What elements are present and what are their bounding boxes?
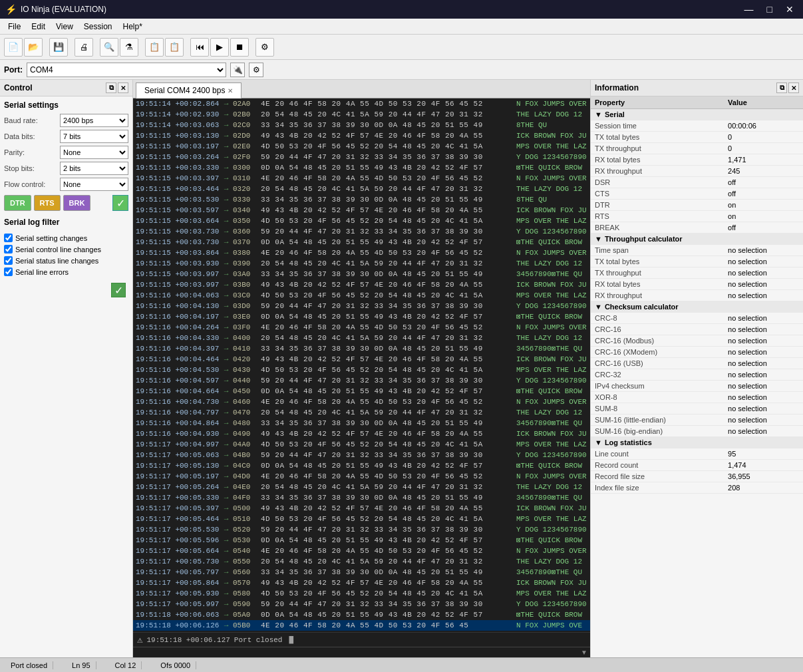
log-text: ICK BROWN FOX JU — [514, 503, 587, 514]
port-connect-icon[interactable]: 🔌 — [230, 63, 245, 77]
find-button[interactable]: 🔍 — [100, 38, 118, 57]
log-time: 19:51:16 +00:04.797 — [133, 407, 220, 418]
log-dir: → — [220, 460, 233, 471]
tab-serial-com4[interactable]: Serial COM4 2400 bps ✕ — [136, 83, 241, 98]
port-select[interactable]: COM4 — [27, 63, 226, 77]
log-hex: 20 54 48 45 20 4C 41 5A 59 20 44 4F 47 2… — [261, 109, 514, 120]
log-hex: 4E 20 46 4F 58 20 4A 55 4D 50 53 20 4F 5… — [261, 397, 514, 407]
parity-select[interactable]: None Even Odd — [60, 146, 128, 159]
log-dir: → — [220, 141, 233, 152]
log-text: ⊠THE QUICK BROW — [514, 535, 582, 546]
log-time: 19:51:17 +00:05.397 — [133, 503, 220, 514]
open-button[interactable]: 📂 — [24, 38, 43, 57]
log-hex: 4E 20 46 4F 58 20 4A 55 4D 50 53 20 4F 5… — [261, 173, 514, 184]
play-button[interactable]: ▶ — [210, 38, 229, 57]
prop-value: no selection — [724, 267, 803, 279]
close-right-icon[interactable]: ✕ — [788, 83, 799, 93]
prop-section-row: ▼Throughput calculator — [591, 234, 803, 245]
save-button[interactable]: 💾 — [49, 38, 68, 57]
log-addr: 03A0 — [233, 269, 261, 279]
log-content[interactable]: 19:51:14 +00:02.864→02A04E 20 46 4F 58 2… — [133, 98, 590, 632]
filter-control-changes-checkbox[interactable] — [4, 245, 13, 253]
log-time: 19:51:14 +00:02.930 — [133, 109, 220, 120]
status-offset: Ofs 0000 — [155, 661, 196, 669]
data-bits-select[interactable]: 7 bits 8 bits — [60, 130, 128, 143]
prop-value: 1,474 — [724, 460, 803, 471]
stop-button[interactable]: ⏹ — [230, 38, 249, 57]
tab-close-icon[interactable]: ✕ — [228, 87, 233, 94]
prop-item-row: TX total bytesno selection — [591, 256, 803, 267]
log-addr: 0580 — [233, 588, 261, 599]
print-button[interactable]: 🖨 — [75, 38, 93, 57]
float-icon[interactable]: ⧉ — [106, 83, 116, 93]
log-hex: 49 43 4B 20 42 52 4F 57 4E 20 46 4F 58 2… — [261, 428, 514, 439]
filter-button[interactable]: ⚗ — [120, 38, 138, 57]
prop-value: on — [724, 211, 803, 222]
baud-rate-select[interactable]: 2400 bps 9600 bps 115200 bps — [60, 114, 128, 127]
prop-value: no selection — [724, 279, 803, 290]
log-row: 19:51:17 +00:05.197→04D04E 20 46 4F 58 2… — [133, 471, 590, 482]
menu-session[interactable]: Session — [79, 21, 118, 33]
filter-status-changes-checkbox[interactable] — [4, 256, 13, 265]
prop-property: IPv4 checksum — [591, 381, 724, 392]
log-row: 19:51:16 +00:04.797→047020 54 48 45 20 4… — [133, 407, 590, 418]
menu-file[interactable]: File — [3, 21, 26, 33]
log-time: 19:51:17 +00:05.330 — [133, 492, 220, 503]
menu-help[interactable]: Help* — [118, 21, 148, 33]
flow-control-select[interactable]: None RTS/CTS XON/XOFF — [60, 178, 128, 191]
menu-view[interactable]: View — [51, 21, 79, 33]
log-hex: 59 20 44 4F 47 20 31 32 33 34 35 36 37 3… — [261, 301, 514, 311]
rewind-button[interactable]: ⏮ — [190, 38, 209, 57]
log-hex: 49 43 4B 20 42 52 4F 57 4E 20 46 4F 58 2… — [261, 503, 514, 514]
minimize-button[interactable]: — — [740, 3, 758, 16]
log-hex: 4D 50 53 20 4F 56 45 52 20 54 48 45 20 4… — [261, 290, 514, 301]
record-button[interactable]: 📋 — [165, 38, 184, 57]
log-row: 19:51:17 +00:05.397→050049 43 4B 20 42 5… — [133, 503, 590, 514]
log-text: ⊠THE QUICK BROW — [514, 237, 582, 248]
log-dir: → — [220, 407, 233, 418]
log-dir: → — [220, 503, 233, 514]
log-text: THE LAZY DOG 12 — [514, 109, 582, 120]
filter-line-errors: Serial line errors — [4, 266, 128, 277]
log-text: MPS OVER THE LAZ — [514, 514, 587, 524]
scroll-down-icon[interactable]: ▼ — [581, 649, 587, 656]
log-hex: 59 20 44 4F 47 20 31 32 33 34 35 36 37 3… — [261, 524, 514, 535]
menu-edit[interactable]: Edit — [26, 21, 51, 33]
prop-value: off — [724, 177, 803, 188]
log-dir: → — [220, 343, 233, 354]
new-button[interactable]: 📄 — [4, 38, 23, 57]
log-addr: 0500 — [233, 503, 261, 514]
log-hex: 0D 0A 54 48 45 20 51 55 49 43 4B 20 42 5… — [261, 162, 514, 173]
prop-item-row: DSRoff — [591, 177, 803, 188]
float-right-icon[interactable]: ⧉ — [776, 83, 787, 93]
port-settings-icon[interactable]: ⚙ — [249, 63, 263, 77]
settings-button[interactable]: ⚙ — [255, 38, 274, 57]
log-addr: 04D0 — [233, 471, 261, 482]
log-hex: 33 34 35 36 37 38 39 30 0D 0A 48 45 20 5… — [261, 269, 514, 279]
log-row: 19:51:14 +00:03.063→02C033 34 35 36 37 3… — [133, 120, 590, 130]
log-hex: 59 20 44 4F 47 20 31 32 33 34 35 36 37 3… — [261, 226, 514, 237]
capture-button[interactable]: 📋 — [145, 38, 164, 57]
dtr-button[interactable]: DTR — [4, 195, 31, 211]
filter-line-errors-checkbox[interactable] — [4, 267, 13, 276]
stop-bits-select[interactable]: 2 bits 1 bit — [60, 162, 128, 175]
apply-button[interactable]: ✓ — [112, 195, 128, 211]
brk-button[interactable]: BRK — [63, 195, 91, 211]
log-addr: 04A0 — [233, 439, 261, 450]
parity-row: Parity: None Even Odd — [0, 144, 132, 160]
log-time: 19:51:15 +00:03.264 — [133, 152, 220, 162]
close-panel-icon[interactable]: ✕ — [118, 83, 128, 93]
prop-property: Index file size — [591, 482, 724, 494]
log-text: 34567890⊠THE QU — [514, 343, 582, 354]
rts-button[interactable]: RTS — [34, 195, 61, 211]
right-panel-header: Information ⧉ ✕ — [591, 80, 803, 96]
filter-setting-changes-checkbox[interactable] — [4, 234, 13, 242]
close-button[interactable]: ✕ — [782, 3, 798, 16]
filter-apply-button[interactable]: ✓ — [111, 283, 126, 297]
prop-property: SUM-16 (little-endian) — [591, 415, 724, 426]
log-time: 19:51:16 +00:04.264 — [133, 322, 220, 333]
maximize-button[interactable]: □ — [763, 3, 776, 16]
log-addr: 0490 — [233, 428, 261, 439]
prop-item-row: CRC-16no selection — [591, 324, 803, 335]
log-row: 19:51:17 +00:05.063→04B059 20 44 4F 47 2… — [133, 450, 590, 460]
